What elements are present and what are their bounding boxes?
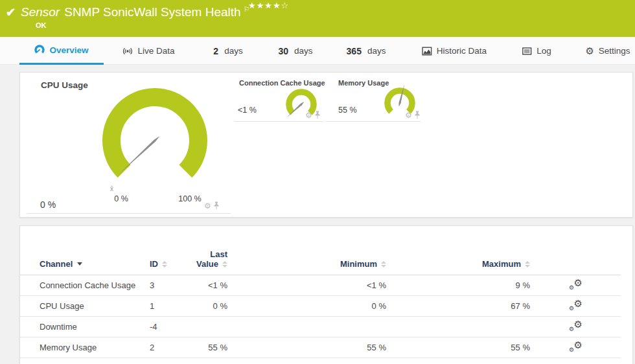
last-value-cell: [182, 317, 227, 337]
id-cell: -4: [150, 317, 182, 337]
channel-settings-gears-icon[interactable]: ⚙⚙: [568, 279, 583, 290]
tab-365-days[interactable]: 365 days: [347, 37, 386, 65]
tab-label: days: [294, 46, 313, 56]
id-cell: 2: [150, 337, 182, 358]
cpu-average-marker: x̄: [110, 185, 113, 192]
cpu-current-value: 0 %: [40, 199, 56, 210]
tab-overview[interactable]: Overview: [19, 37, 104, 65]
maximum-cell: 55 %: [386, 337, 530, 358]
memory-current-value: 55 %: [338, 106, 357, 115]
memory-cell-divider: [326, 121, 421, 122]
gauge-icon: [34, 45, 45, 55]
header-last-value[interactable]: Last Value: [182, 249, 227, 275]
tab-label: Overview: [49, 45, 88, 55]
table-row[interactable]: Memory Usage 2 55 % 55 % 55 % ⚙⚙: [20, 337, 621, 358]
maximum-cell: 9 %: [386, 275, 530, 296]
channels-panel: Channel ID Last Value Minimum Maximum: [19, 225, 633, 364]
id-cell: 1: [150, 296, 182, 317]
tab-label: Live Data: [137, 46, 174, 56]
sensor-title-row: SensorSNMP SonicWall System Health⚐: [21, 5, 250, 19]
cpu-pin-icon[interactable]: [213, 201, 220, 210]
table-header-row: Channel ID Last Value Minimum Maximum: [20, 249, 621, 275]
overview-content: CPU Usage x̄ 0 % 100 % 0 % ⚙ Connection …: [0, 65, 635, 364]
cpu-gauge-title: CPU Usage: [41, 80, 88, 90]
sort-desc-icon: [77, 262, 82, 266]
channel-cell[interactable]: CPU Usage: [40, 296, 150, 317]
sort-icon: [381, 261, 386, 267]
tab-label: days: [367, 46, 386, 56]
header-minimum[interactable]: Minimum: [227, 249, 386, 275]
historic-chart-icon: [422, 46, 432, 56]
log-icon: [522, 46, 532, 56]
sensor-tab-bar: Overview Live Data 2 days 30 days 365 da…: [0, 37, 635, 65]
table-row[interactable]: CPU Usage 1 0 % 0 % 67 % ⚙⚙: [20, 296, 621, 317]
minimum-cell: <1 %: [227, 275, 386, 296]
connection-cell-actions: ⚙: [305, 111, 321, 119]
last-value-cell: 55 %: [182, 337, 227, 358]
sensor-status-text: OK: [36, 21, 47, 29]
sensor-title: SNMP SonicWall System Health: [64, 5, 240, 19]
tab-number: 365: [347, 46, 362, 56]
channels-table: Channel ID Last Value Minimum Maximum: [20, 249, 621, 358]
channel-cell[interactable]: Memory Usage: [40, 337, 150, 358]
connection-pin-icon[interactable]: [314, 111, 321, 119]
table-row[interactable]: Connection Cache Usage 3 <1 % <1 % 9 % ⚙…: [20, 275, 621, 296]
priority-stars-rating[interactable]: ★★★★☆: [248, 1, 289, 10]
cpu-cell-divider: [27, 213, 231, 214]
id-cell: 3: [150, 275, 182, 296]
tab-historic-data[interactable]: Historic Data: [422, 37, 487, 65]
minimum-cell: [227, 317, 386, 337]
header-channel[interactable]: Channel: [40, 249, 150, 275]
channel-cell[interactable]: Connection Cache Usage: [40, 275, 150, 296]
tab-label: Log: [537, 46, 551, 56]
cpu-scale-max: 100 %: [178, 194, 201, 203]
channel-settings-gears-icon[interactable]: ⚙⚙: [568, 341, 583, 352]
minimum-cell: 55 %: [227, 337, 386, 358]
cpu-scale-min: 0 %: [114, 194, 128, 203]
tab-settings[interactable]: ⚙ Settings: [585, 37, 630, 65]
memory-pin-icon[interactable]: [414, 111, 421, 119]
status-ok-check-icon: ✔: [6, 5, 16, 19]
connection-cell-divider: [234, 121, 323, 122]
tab-live-data[interactable]: Live Data: [122, 37, 174, 65]
tab-label: Settings: [599, 46, 630, 56]
maximum-cell: 67 %: [386, 296, 530, 317]
last-value-cell: <1 %: [182, 275, 227, 296]
object-type-label: Sensor: [21, 5, 60, 19]
tab-number: 30: [278, 46, 288, 56]
channel-settings-gears-icon[interactable]: ⚙⚙: [568, 299, 583, 311]
live-data-icon: [122, 46, 133, 56]
channel-cell[interactable]: Downtime: [40, 317, 150, 337]
tab-2-days[interactable]: 2 days: [213, 37, 242, 65]
table-row[interactable]: Downtime -4 ⚙⚙: [20, 317, 621, 337]
cpu-cell-actions: ⚙: [204, 201, 220, 210]
connection-current-value: <1 %: [238, 106, 257, 115]
memory-gear-icon[interactable]: ⚙: [405, 111, 412, 119]
header-id[interactable]: ID: [150, 249, 182, 275]
last-value-cell: 0 %: [182, 296, 227, 317]
sort-icon: [222, 261, 227, 267]
settings-gear-icon: ⚙: [585, 46, 594, 56]
memory-cell-actions: ⚙: [405, 111, 421, 119]
cpu-gear-icon[interactable]: ⚙: [204, 202, 211, 210]
gauges-panel: CPU Usage x̄ 0 % 100 % 0 % ⚙ Connection …: [19, 72, 633, 218]
channel-settings-gears-icon[interactable]: ⚙⚙: [568, 320, 583, 332]
header-maximum[interactable]: Maximum: [386, 249, 530, 275]
sort-icon: [162, 261, 167, 267]
minimum-cell: 0 %: [227, 296, 386, 317]
tab-number: 2: [213, 46, 218, 56]
sensor-status-banner: ✔ SensorSNMP SonicWall System Health⚐ ★★…: [0, 0, 635, 37]
tab-30-days[interactable]: 30 days: [278, 37, 312, 65]
connection-gear-icon[interactable]: ⚙: [305, 111, 312, 119]
sort-icon: [525, 261, 530, 267]
maximum-cell: [386, 317, 530, 337]
tab-label: Historic Data: [437, 46, 487, 56]
tab-log[interactable]: Log: [522, 37, 551, 65]
tab-label: days: [224, 46, 243, 56]
